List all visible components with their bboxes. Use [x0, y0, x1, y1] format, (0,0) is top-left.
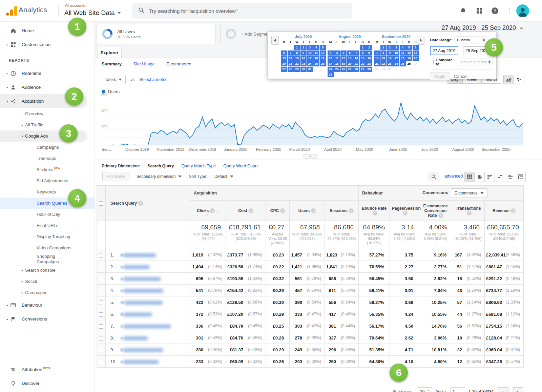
sidebar-item-social[interactable]: ▸Social: [0, 276, 95, 287]
previous-months-button[interactable]: [271, 36, 279, 45]
blurred-query-link[interactable]: c: [121, 324, 123, 329]
global-search[interactable]: [132, 3, 352, 19]
blurred-query-text[interactable]: [123, 360, 159, 364]
calendar-day[interactable]: 28: [288, 67, 294, 72]
calendar-day[interactable]: 5: [340, 50, 347, 56]
help-tooltip-icon[interactable]: ?: [138, 201, 143, 206]
date-range-display[interactable]: 27 Aug 2019 - 25 Sep 2020: [442, 24, 523, 32]
sidebar-item-real-time[interactable]: ▸Real-time: [0, 66, 95, 80]
calendar-day[interactable]: 23: [387, 61, 393, 66]
calendar-day[interactable]: 10: [328, 56, 334, 61]
calendar-day[interactable]: 5: [406, 45, 412, 50]
calendar-day[interactable]: 6: [281, 50, 287, 56]
sidebar-item-customisation[interactable]: ▸Customisation: [0, 38, 95, 51]
sidebar-item-campaigns[interactable]: ▸Campaigns: [0, 287, 95, 298]
subtab-site-usage[interactable]: Site Usage: [133, 61, 155, 66]
calendar-day[interactable]: 29: [294, 67, 300, 72]
blurred-query-link[interactable]: s: [121, 264, 123, 269]
secondary-dimension-selector[interactable]: Secondary dimension: [133, 172, 185, 181]
calendar-day[interactable]: 4: [400, 45, 406, 50]
dimension-query-word-count[interactable]: Query Word Count: [223, 164, 258, 168]
calendar-day[interactable]: 2: [387, 45, 393, 50]
next-months-button[interactable]: [417, 36, 424, 45]
calendar-day[interactable]: 31: [328, 72, 334, 77]
blurred-query-link[interactable]: s: [121, 288, 123, 293]
sidebar-item-search-console[interactable]: ▸Search console: [0, 265, 95, 276]
calendar-day[interactable]: 27: [347, 67, 353, 72]
blurred-query-link[interactable]: s: [121, 359, 123, 364]
conversions-type-selector[interactable]: E-commerce: [451, 188, 487, 198]
calendar-day[interactable]: 22: [360, 61, 366, 66]
calendar-day[interactable]: 10: [393, 50, 399, 56]
column-header-search-query[interactable]: Search Query?: [106, 186, 190, 221]
calendar-day[interactable]: 11: [400, 50, 406, 56]
calendar-day[interactable]: 3: [307, 45, 313, 50]
calendar-day[interactable]: 27: [413, 61, 419, 66]
calendar-day[interactable]: 15: [380, 56, 387, 61]
calendar-day[interactable]: 26: [340, 67, 347, 72]
calendar-day[interactable]: 8: [380, 50, 387, 56]
calendar-day[interactable]: 9: [387, 50, 393, 56]
calendar-day[interactable]: 4: [334, 50, 340, 56]
calendar-day[interactable]: 6: [347, 50, 353, 56]
calendar-day[interactable]: 30: [366, 67, 372, 72]
blurred-query-text[interactable]: [123, 325, 171, 328]
blurred-query-text[interactable]: [123, 313, 152, 316]
calendar-day[interactable]: 18: [334, 61, 340, 66]
sidebar-item-conversions[interactable]: ▸Conversions: [0, 312, 95, 326]
segment-all-users[interactable]: All Users 30.36% Users: [97, 24, 216, 44]
calendar-day[interactable]: 10: [307, 50, 313, 56]
calendar-day[interactable]: 9: [366, 50, 372, 56]
table-view-icon[interactable]: [464, 172, 475, 182]
analytics-logo-icon[interactable]: [6, 5, 17, 16]
row-checkbox[interactable]: [99, 253, 103, 257]
calendar-day[interactable]: 25: [400, 61, 406, 66]
select-all-checkbox[interactable]: [99, 201, 103, 206]
calendar-day[interactable]: 13: [347, 56, 353, 61]
compare-to-checkbox[interactable]: [430, 60, 434, 64]
tab-explorer[interactable]: Explorer: [97, 47, 122, 58]
calendar-day[interactable]: 7: [374, 50, 380, 56]
blurred-query-text[interactable]: [125, 301, 163, 305]
table-search-button[interactable]: [428, 172, 439, 181]
calendar-day[interactable]: 23: [300, 61, 307, 66]
calendar-day[interactable]: 28: [374, 67, 380, 72]
row-checkbox[interactable]: [99, 301, 103, 305]
user-avatar[interactable]: [516, 4, 529, 17]
row-checkbox[interactable]: [99, 312, 103, 317]
calendar-day[interactable]: 11: [334, 56, 340, 61]
term-cloud-view-icon[interactable]: [505, 172, 515, 182]
calendar-day[interactable]: 16: [387, 56, 393, 61]
date-range-type-selector[interactable]: Custom: [455, 37, 487, 43]
calendar-day[interactable]: 7: [288, 50, 294, 56]
calendar-day[interactable]: 24: [393, 61, 399, 66]
notifications-bell-icon[interactable]: [459, 7, 467, 15]
calendar-day[interactable]: 19: [340, 61, 347, 66]
motion-chart-view-icon[interactable]: [514, 75, 524, 84]
more-menu-icon[interactable]: ⋮: [505, 7, 513, 15]
performance-view-icon[interactable]: [485, 172, 495, 182]
blurred-query-link[interactable]: m: [121, 300, 124, 305]
calendar-day[interactable]: 18: [313, 56, 319, 61]
calendar-day[interactable]: 12: [320, 50, 326, 56]
calendar-day[interactable]: 1: [360, 45, 366, 50]
sidebar-item-campaigns[interactable]: Campaigns: [0, 142, 95, 153]
calendar-day[interactable]: 4: [313, 45, 319, 50]
calendar-day[interactable]: 20: [281, 61, 287, 66]
line-chart-view-icon[interactable]: [504, 75, 514, 84]
table-search-input[interactable]: [378, 172, 428, 181]
blurred-query-text[interactable]: [123, 289, 163, 293]
calendar-day[interactable]: 30: [387, 67, 393, 72]
calendar-day[interactable]: 27: [281, 67, 287, 72]
blurred-query-text[interactable]: [123, 277, 161, 281]
row-checkbox[interactable]: [99, 265, 103, 269]
calendar-day[interactable]: 7: [353, 50, 359, 56]
cancel-button[interactable]: Cancel: [454, 74, 467, 79]
users-chart[interactable]: 200400600: [100, 97, 523, 145]
calendar-day[interactable]: 25: [313, 61, 319, 66]
blurred-query-text[interactable]: [123, 348, 163, 352]
sidebar-item-display-targeting[interactable]: Display Targeting: [0, 231, 95, 242]
column-header-sessions[interactable]: Sessions?: [325, 201, 359, 221]
calendar-day[interactable]: 17: [328, 61, 334, 66]
sidebar-item-shopping-campaigns[interactable]: Shopping Campaigns: [0, 253, 95, 265]
